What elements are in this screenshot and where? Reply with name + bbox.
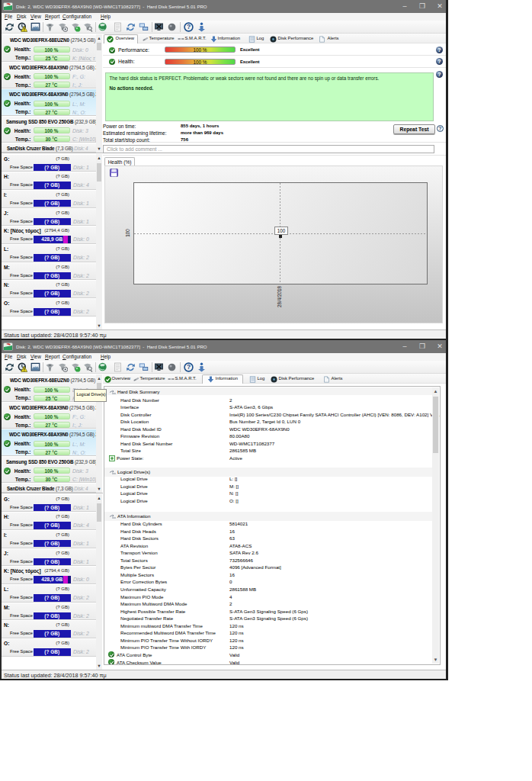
svg-text:?: ? [187,363,191,371]
svg-text:?: ? [187,23,191,31]
